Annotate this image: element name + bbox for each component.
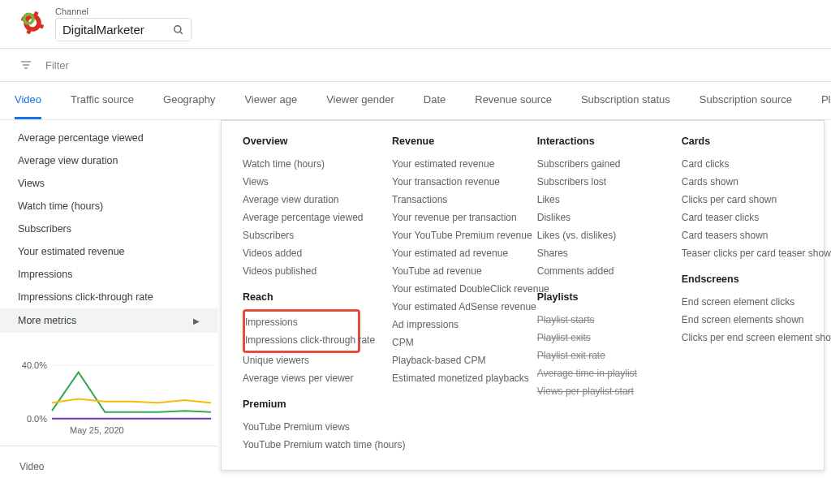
more-metrics-button[interactable]: More metrics ▶ — [0, 308, 217, 333]
channel-selector: Channel — [55, 6, 192, 41]
header: Channel — [0, 0, 831, 48]
left-panel: Average percentage viewedAverage view du… — [0, 120, 217, 472]
metric-option[interactable]: Playlist exit rate — [537, 347, 659, 364]
metric-option[interactable]: Impressions — [245, 313, 353, 331]
svg-line-7 — [180, 31, 183, 33]
metric-option[interactable]: Average view duration — [243, 191, 369, 209]
metrics-category-title: Endscreens — [682, 274, 807, 285]
metric-option[interactable]: YouTube ad revenue — [392, 262, 515, 280]
svg-rect-10 — [24, 67, 28, 68]
tab-viewer-age[interactable]: Viewer age — [244, 82, 297, 119]
chart-area: 40.0%0.0%May 25, 2020 — [0, 333, 217, 439]
panel-col-3: InteractionsSubscribers gainedSubscriber… — [537, 136, 659, 454]
metric-item[interactable]: Impressions — [0, 263, 217, 286]
tab-revenue-source[interactable]: Revenue source — [475, 82, 552, 119]
metric-option[interactable]: Impressions click-through rate — [245, 331, 353, 349]
tab-viewer-gender[interactable]: Viewer gender — [326, 82, 394, 119]
metric-option[interactable]: Views per playlist start — [537, 382, 659, 400]
metric-option[interactable]: Your estimated ad revenue — [392, 244, 515, 262]
metric-option[interactable]: Views — [243, 173, 369, 191]
metric-option[interactable]: Card teaser clicks — [682, 209, 807, 226]
tab-playlist[interactable]: Playlist — [821, 82, 831, 119]
channel-input[interactable] — [62, 23, 168, 37]
metric-option[interactable]: Teaser clicks per card teaser shown — [682, 244, 807, 262]
filter-label: Filter — [45, 59, 69, 71]
metric-option[interactable]: Your YouTube Premium revenue — [392, 226, 515, 244]
metric-item[interactable]: Watch time (hours) — [0, 195, 217, 218]
more-metrics-label: More metrics — [18, 315, 76, 326]
svg-rect-8 — [21, 61, 31, 62]
filter-bar[interactable]: Filter — [0, 48, 831, 82]
metric-option[interactable]: Ad impressions — [392, 316, 515, 334]
metric-option[interactable]: Subscribers gained — [537, 155, 659, 173]
metric-item[interactable]: Views — [0, 172, 217, 195]
metrics-category-title: Reach — [243, 291, 369, 303]
chart: 40.0%0.0%May 25, 2020 — [19, 347, 216, 437]
metric-option[interactable]: Transactions — [392, 191, 515, 209]
metric-option[interactable]: Clicks per end screen element shown — [682, 329, 807, 347]
svg-text:40.0%: 40.0% — [22, 360, 47, 370]
search-icon[interactable] — [173, 24, 184, 36]
metric-option[interactable]: Average time in playlist — [537, 364, 659, 382]
metric-option[interactable]: Videos published — [243, 262, 369, 280]
metric-option[interactable]: YouTube Premium views — [243, 418, 369, 436]
metric-item[interactable]: Subscribers — [0, 218, 217, 240]
svg-rect-9 — [23, 64, 29, 65]
tab-subscription-source[interactable]: Subscription source — [700, 82, 792, 119]
panel-col-2: RevenueYour estimated revenueYour transa… — [392, 136, 515, 454]
metric-option[interactable]: Estimated monetized playbacks — [392, 369, 515, 387]
metric-option[interactable]: Shares — [537, 244, 659, 262]
metric-option[interactable]: Playlist exits — [537, 329, 659, 347]
metric-option[interactable]: Dislikes — [537, 209, 659, 226]
metric-option[interactable]: Average views per viewer — [243, 369, 369, 387]
metric-option[interactable]: Your transaction revenue — [392, 173, 515, 191]
metric-item[interactable]: Impressions click-through rate — [0, 286, 217, 308]
more-metrics-panel: OverviewWatch time (hours)ViewsAverage v… — [221, 120, 825, 471]
metric-option[interactable]: Likes — [537, 191, 659, 209]
metric-option[interactable]: Your estimated DoubleClick revenue — [392, 280, 515, 298]
metric-option[interactable]: Your estimated AdSense revenue — [392, 298, 515, 316]
metric-option[interactable]: Your estimated revenue — [392, 155, 515, 173]
metric-option[interactable]: Likes (vs. dislikes) — [537, 226, 659, 244]
metric-option[interactable]: YouTube Premium watch time (hours) — [243, 436, 369, 454]
tab-video[interactable]: Video — [15, 82, 41, 119]
metric-option[interactable]: End screen element clicks — [682, 293, 807, 311]
metrics-category-title: Premium — [243, 398, 369, 410]
metric-option[interactable]: Subscribers lost — [537, 173, 659, 191]
metric-option[interactable]: Average percentage viewed — [243, 209, 369, 226]
metric-option[interactable]: Cards shown — [682, 173, 807, 191]
metric-item[interactable]: Average view duration — [0, 149, 217, 172]
metric-option[interactable]: CPM — [392, 334, 515, 351]
metric-option[interactable]: Subscribers — [243, 226, 369, 244]
metrics-category-title: Cards — [682, 136, 807, 147]
metric-option[interactable]: Videos added — [243, 244, 369, 262]
metric-option[interactable]: Your revenue per transaction — [392, 209, 515, 226]
metric-option[interactable]: Playlist starts — [537, 311, 659, 329]
panel-col-1: OverviewWatch time (hours)ViewsAverage v… — [243, 136, 369, 454]
tab-subscription-status[interactable]: Subscription status — [581, 82, 670, 119]
tab-date[interactable]: Date — [424, 82, 446, 119]
metric-option[interactable]: End screen elements shown — [682, 311, 807, 329]
metrics-category-title: Playlists — [537, 291, 659, 303]
metric-option[interactable]: Clicks per card shown — [682, 191, 807, 209]
metrics-category-title: Revenue — [392, 136, 515, 147]
metric-option[interactable]: Comments added — [537, 262, 659, 280]
metric-option[interactable]: Watch time (hours) — [243, 155, 369, 173]
metrics-category-title: Overview — [243, 136, 369, 147]
filter-icon — [19, 58, 32, 71]
metrics-category-title: Interactions — [537, 136, 659, 147]
tab-traffic-source[interactable]: Traffic source — [71, 82, 134, 119]
metric-option[interactable]: Playback-based CPM — [392, 351, 515, 369]
content: Average percentage viewedAverage view du… — [0, 120, 831, 472]
metric-option[interactable]: Card teasers shown — [682, 226, 807, 244]
metric-option[interactable]: Card clicks — [682, 155, 807, 173]
channel-input-wrap[interactable] — [55, 18, 192, 41]
metric-item[interactable]: Your estimated revenue — [0, 240, 217, 263]
panel-col-4: CardsCard clicksCards shownClicks per ca… — [682, 136, 807, 454]
metric-option[interactable]: Unique viewers — [243, 351, 369, 369]
svg-text:0.0%: 0.0% — [27, 414, 47, 424]
tab-geography[interactable]: Geography — [163, 82, 215, 119]
logo-icon — [19, 10, 45, 38]
channel-label: Channel — [55, 6, 192, 16]
metric-item[interactable]: Average percentage viewed — [0, 127, 217, 149]
